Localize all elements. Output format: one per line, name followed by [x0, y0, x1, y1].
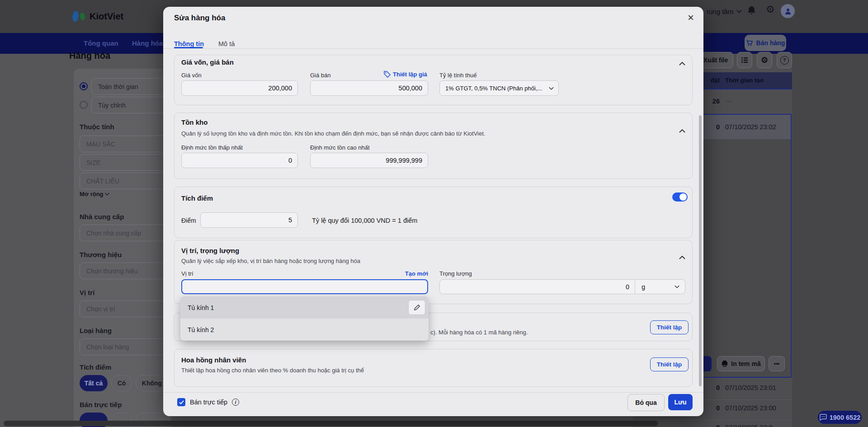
help-button[interactable]: ?: [777, 52, 792, 68]
branch-name: rung tâm: [707, 8, 733, 15]
weight-input-group[interactable]: 0 g: [439, 279, 685, 294]
commission-setup-button[interactable]: Thiết lập: [650, 357, 689, 371]
points-toggle[interactable]: [672, 192, 688, 202]
close-button[interactable]: ×: [684, 12, 697, 24]
tax-rate-select[interactable]: 1% GTGT, 0,5% TNCN (Phân phối,...: [439, 80, 559, 96]
more-actions-button[interactable]: •••: [769, 356, 785, 371]
weight-value[interactable]: 0: [440, 283, 635, 291]
location-option-2[interactable]: Tủ kính 2: [180, 319, 429, 341]
time-filter-custom[interactable]: [80, 101, 88, 109]
code-section-text-fragment: c). Mỗi hàng hóa có 1 mã hàng riêng.: [430, 329, 528, 336]
supplier-select[interactable]: Chọn nhà cung cấp: [80, 225, 171, 241]
filter-card: [74, 69, 171, 427]
point-input[interactable]: 5: [200, 212, 298, 228]
price-setup-link[interactable]: Thiết lập giá: [384, 70, 427, 78]
code-setup-button[interactable]: Thiết lập: [650, 320, 689, 334]
points-filter-all[interactable]: Tất cả: [80, 375, 108, 391]
time-filter-all[interactable]: [80, 82, 88, 90]
points-section-title: Tích điểm: [181, 194, 213, 202]
cancel-button[interactable]: Bỏ qua: [627, 394, 665, 411]
brand-select[interactable]: Chọn thương hiệu: [80, 263, 171, 279]
location-option-1[interactable]: Tủ kính 1: [180, 296, 429, 319]
time-filter-custom-box[interactable]: Tùy chỉnh: [91, 97, 171, 113]
points-filter-yes[interactable]: Có: [111, 375, 132, 391]
point-label: Điểm: [181, 217, 196, 224]
branch-selector[interactable]: rung tâm: [707, 5, 742, 17]
kiotviet-logo-icon: [72, 11, 79, 22]
check-icon: [179, 400, 184, 404]
gear-icon: ⚙: [761, 55, 768, 65]
columns-button[interactable]: [737, 52, 752, 68]
attr-color-input[interactable]: MÀU SẮC: [80, 136, 171, 152]
kiotviet-logo-leaf-icon: [80, 13, 85, 20]
position-input[interactable]: [181, 279, 428, 294]
min-stock-label: Định mức tồn thấp nhất: [181, 144, 243, 151]
collapse-button[interactable]: [679, 59, 685, 67]
location-label: Vị trí: [80, 289, 94, 296]
cost-price-label: Giá vốn: [181, 72, 202, 79]
stock-section-card: [174, 113, 693, 179]
attr-material-input[interactable]: CHẤT LIỆU: [80, 173, 171, 189]
create-new-link[interactable]: Tạo mới: [404, 270, 428, 277]
toggle-knob: [679, 193, 687, 201]
sell-button[interactable]: Bán hàng: [745, 35, 786, 51]
attr-size-input[interactable]: SIZE: [80, 154, 171, 171]
support-chat-button[interactable]: 1900 6522: [818, 411, 862, 424]
gear-icon: ⚙: [766, 4, 775, 15]
settings-button[interactable]: ⚙: [766, 4, 775, 15]
nav-item-overview[interactable]: Tổng quan: [84, 39, 118, 47]
location-section-title: Vị trí, trọng lượng: [181, 247, 239, 254]
collapse-button[interactable]: [679, 127, 685, 135]
modal-scrollbar[interactable]: [699, 115, 702, 386]
tab-description[interactable]: Mô tả: [218, 40, 235, 47]
expand-link[interactable]: Mở rộng: [80, 190, 109, 197]
brand-logo[interactable]: KiotViet: [72, 9, 123, 23]
commission-section-title: Hoa hồng nhân viên: [181, 356, 246, 364]
tax-rate-label: Tỷ lệ tính thuế: [439, 72, 476, 79]
list-columns-icon: [741, 57, 748, 63]
person-icon: [784, 8, 792, 15]
location-section-card: [174, 240, 693, 304]
nav-item-products[interactable]: Hàng hóa: [132, 39, 163, 47]
chevron-up-icon: [679, 62, 685, 66]
edit-location-button[interactable]: [408, 300, 425, 315]
points-filter-label: Tích điểm: [80, 363, 111, 371]
min-stock-input[interactable]: 0: [181, 153, 298, 168]
support-phone: 1900 6522: [830, 414, 861, 421]
row-created: 07/10/2025 23:02: [725, 123, 776, 131]
price-section-title: Giá vốn, giá bán: [181, 58, 234, 66]
chevron-down-icon: [736, 9, 742, 13]
table-settings-button[interactable]: ⚙: [757, 52, 772, 68]
tabs-divider: [163, 48, 703, 49]
cost-price-input[interactable]: 200,000: [181, 80, 298, 96]
position-label: Vị trí: [181, 270, 193, 277]
direct-sale-filter-label: Bán trực tiếp: [80, 401, 122, 408]
tab-info[interactable]: Thông tin: [174, 40, 204, 47]
chevron-down-icon: [549, 87, 554, 90]
location-select[interactable]: Chọn vị trí: [80, 300, 171, 317]
cart-icon: [746, 39, 753, 47]
time-filter-all-box[interactable]: Toàn thời gian: [91, 78, 171, 95]
weight-label: Trọng lượng: [439, 270, 472, 277]
bell-icon: [747, 6, 756, 15]
table-col-created[interactable]: Thời gian tạo: [725, 77, 764, 84]
print-barcode-button[interactable]: In tem mã: [717, 356, 765, 371]
chevron-down-icon: [105, 192, 109, 196]
more-icon: •••: [774, 361, 780, 367]
max-stock-label: Định mức tồn cao nhất: [310, 144, 370, 151]
direct-sale-label: Bán trực tiếp: [190, 399, 227, 406]
row-created: 07/10/2025 23:0: [725, 424, 773, 427]
category-select[interactable]: Chọn loại hàng: [80, 338, 171, 355]
info-icon[interactable]: i: [232, 399, 239, 406]
weight-unit-select[interactable]: g: [635, 279, 685, 294]
horizontal-scrollbar[interactable]: [4, 421, 658, 426]
collapse-button[interactable]: [679, 253, 685, 261]
sale-price-input[interactable]: 500,000: [310, 80, 428, 96]
avatar[interactable]: [781, 4, 795, 18]
save-button[interactable]: Lưu: [668, 394, 693, 410]
price-section-card: [174, 55, 693, 105]
direct-sale-checkbox[interactable]: [177, 398, 185, 406]
stock-section-subtitle: Quản lý số lượng tồn kho và định mức tồn…: [181, 130, 660, 137]
notifications-button[interactable]: [747, 6, 756, 17]
max-stock-input[interactable]: 999,999,999: [310, 153, 428, 168]
